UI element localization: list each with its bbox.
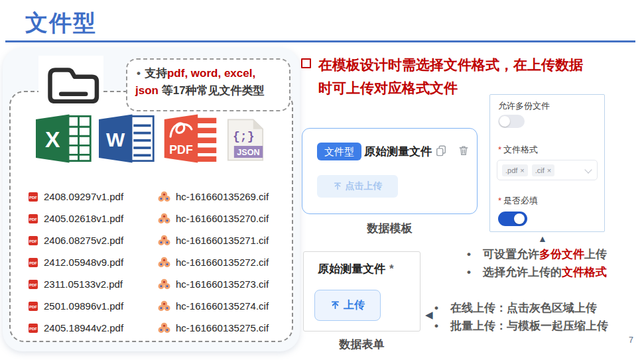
callout-formats: pdf, word, excel, [167, 67, 255, 80]
bullet-dot: • [434, 317, 450, 335]
svg-text:PDF: PDF [169, 143, 193, 156]
list-item: hc-161660135274.cif [158, 295, 269, 317]
form-field-label: 原始测量文件* [318, 261, 394, 276]
file-name: 2501.09896v1.pdf [44, 300, 123, 312]
slide: 文件型 •支持pdf, word, excel, json 等17种常见文件类型… [0, 0, 644, 362]
field-settings-panel: 允许多份文件 *文件格式 .pdf× .cif× *是否必填 [489, 94, 605, 232]
molecule-icon [158, 278, 170, 290]
file-name: 2405.02618v1.pdf [44, 213, 123, 224]
list-item: PDF2406.08275v2.pdf [28, 229, 123, 251]
format-select[interactable]: .pdf× .cif× [497, 160, 598, 180]
note-item: • 批量上传：与模板一起压缩上传 [434, 317, 633, 335]
upload-icon [333, 182, 342, 191]
pdf-file-icon: PDF [28, 192, 38, 202]
pointer-left-icon: ◀ [425, 309, 433, 321]
bullet-dot: • [467, 263, 483, 281]
svg-text:{;}: {;} [233, 130, 255, 143]
upload-button[interactable]: 上传 [314, 290, 381, 321]
file-name: 2408.09297v1.pdf [44, 191, 123, 202]
molecule-icon [158, 256, 170, 269]
pointer-up-icon: ▲ [538, 233, 547, 244]
note-item: • 可设置允许多份文件上传 [467, 245, 633, 263]
pdf-file-icon: PDF [28, 257, 38, 268]
callout-text: 支持 [145, 67, 167, 80]
file-name: hc-161660135269.cif [176, 191, 269, 202]
tag-close-icon[interactable]: × [547, 166, 551, 174]
pdf-file-icon: PDF [28, 323, 38, 333]
tag-label: .cif [535, 166, 545, 174]
toggle-knob [514, 213, 525, 224]
molecule-icon [158, 322, 170, 334]
svg-text:PDF: PDF [29, 196, 37, 200]
list-item: hc-161660135271.cif [158, 229, 269, 251]
pdf-file-icon: PDF [28, 301, 38, 312]
cif-file-list: hc-161660135269.cif hc-161660135270.cif … [158, 186, 269, 339]
file-name: hc-161660135274.cif [176, 300, 269, 312]
molecule-icon [158, 212, 170, 225]
note-item: • 选择允许上传的文件格式 [467, 263, 633, 281]
excel-icon: X [36, 113, 93, 164]
bullet-dot: • [137, 67, 141, 80]
tag-close-icon[interactable]: × [520, 166, 524, 174]
callout-json: json [135, 84, 159, 97]
word-icon: W [99, 113, 156, 164]
file-name: 2412.05948v9.pdf [44, 257, 123, 268]
svg-text:JSON: JSON [237, 148, 259, 157]
svg-text:PDF: PDF [29, 261, 37, 265]
required-toggle[interactable] [498, 211, 527, 226]
file-name: hc-161660135273.cif [176, 278, 269, 290]
svg-text:PDF: PDF [29, 239, 37, 243]
page-number: 7 [597, 335, 633, 345]
pdf-file-icon: PDF [28, 279, 38, 290]
list-item: PDF2412.05948v9.pdf [28, 251, 123, 273]
heading-line1: 在模板设计时需选择文件格式，在上传数据 [318, 53, 635, 76]
list-item: PDF2408.09297v1.pdf [28, 186, 123, 208]
bullet-dot: • [467, 245, 483, 263]
format-tag[interactable]: .cif× [532, 164, 555, 176]
multi-file-toggle[interactable] [498, 115, 525, 128]
required-mark: * [389, 263, 394, 275]
upload-label: 上传 [344, 298, 365, 312]
data-template-card: 文件型 原始测量文件 点击上传 [302, 128, 478, 214]
chevron-down-icon[interactable] [584, 166, 592, 173]
list-item: hc-161660135270.cif [158, 208, 269, 229]
molecule-icon [158, 234, 170, 247]
tag-label: .pdf [505, 166, 517, 174]
required-label: *是否必填 [498, 195, 538, 207]
upload-icon [330, 300, 340, 310]
format-label: *文件格式 [498, 144, 538, 156]
click-upload-label: 点击上传 [346, 180, 383, 192]
template-caption: 数据模板 [302, 221, 478, 236]
pdf-file-icon: PDF [28, 235, 38, 246]
file-name: 2311.05133v2.pdf [44, 278, 123, 290]
file-name: hc-161660135275.cif [176, 322, 269, 333]
square-bullet-icon [301, 58, 311, 68]
molecule-icon [158, 190, 170, 203]
data-form-card: 原始测量文件* 上传 [303, 251, 420, 332]
file-type-icons: X W PDF {;} [28, 113, 273, 166]
list-item: hc-161660135269.cif [158, 186, 269, 208]
list-item: PDF2501.09896v1.pdf [28, 295, 123, 317]
file-name: hc-161660135271.cif [176, 235, 269, 246]
click-upload-button[interactable]: 点击上传 [317, 175, 398, 198]
list-item: PDF2405.02618v1.pdf [28, 208, 123, 229]
svg-text:PDF: PDF [29, 217, 37, 221]
molecule-icon [158, 300, 170, 312]
file-name: 2405.18944v2.pdf [44, 322, 123, 333]
copy-icon[interactable] [435, 145, 447, 159]
list-item: PDF2405.18944v2.pdf [28, 317, 123, 339]
trash-icon[interactable] [458, 145, 470, 159]
pdf-file-icon: PDF [28, 213, 38, 224]
svg-text:PDF: PDF [29, 327, 37, 331]
file-type-chip[interactable]: 文件型 [317, 143, 361, 160]
svg-text:PDF: PDF [29, 305, 37, 309]
format-tag[interactable]: .pdf× [502, 164, 528, 176]
folder-icon [38, 56, 103, 111]
json-icon: {;} JSON [227, 118, 264, 162]
supported-formats-callout: •支持pdf, word, excel, json 等17种常见文件类型 [126, 58, 290, 111]
required-asterisk: * [498, 145, 501, 154]
bullet-dot: • [434, 299, 450, 317]
section-heading: 在模板设计时需选择文件格式，在上传数据 时可上传对应格式文件 [300, 53, 635, 99]
pdf-file-list: PDF2408.09297v1.pdf PDF2405.02618v1.pdf … [28, 186, 123, 339]
svg-text:PDF: PDF [29, 283, 37, 287]
